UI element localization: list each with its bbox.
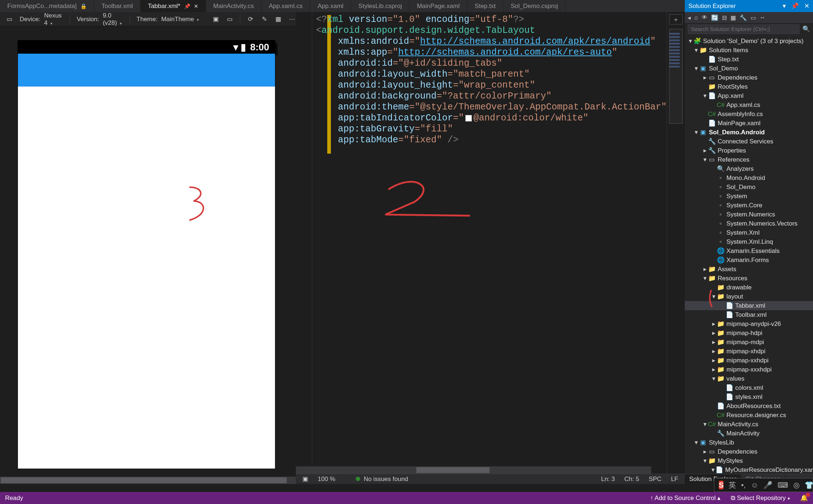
document-tab[interactable]: Toolbar.xml — [94, 0, 141, 12]
twisty-icon[interactable]: ▸ — [702, 147, 708, 154]
twisty-icon[interactable]: ▸ — [710, 347, 717, 355]
tree-item[interactable]: ▾📁MyStyles — [685, 456, 813, 465]
tree-item[interactable]: ▾📁values — [685, 374, 813, 383]
twisty-icon[interactable]: ▸ — [710, 320, 717, 328]
tree-item[interactable]: ▫System.Xml — [685, 228, 813, 237]
twisty-icon[interactable]: ▾ — [702, 156, 708, 163]
twisty-icon[interactable]: ▾ — [702, 457, 708, 465]
preview-icon[interactable]: ▭ — [751, 14, 756, 21]
document-tab[interactable]: App.xaml.cs — [262, 0, 310, 12]
showall-icon[interactable]: ▦ — [730, 14, 736, 21]
twisty-icon[interactable]: ▸ — [702, 74, 708, 81]
dropdown-icon[interactable]: ▾ — [783, 3, 786, 9]
scrollbar-thumb[interactable] — [416, 467, 489, 473]
add-source-control-button[interactable]: ↑ Add to Source Control ▴ — [650, 494, 721, 502]
search-icon[interactable]: 🔍 — [802, 25, 810, 33]
ime-smile-icon[interactable]: ☺ — [751, 481, 758, 489]
twisty-icon[interactable]: ▸ — [710, 338, 717, 346]
back-icon[interactable]: ◂ — [688, 14, 691, 21]
tree-item[interactable]: ▸📁mipmap-xxxhdpi — [685, 365, 813, 374]
refresh-icon[interactable]: 🔄 — [711, 14, 718, 21]
home-icon[interactable]: ⌂ — [694, 14, 698, 21]
ime-mic-icon[interactable]: 🎤 — [763, 481, 772, 489]
tree-item[interactable]: ▾▣Sol_Demo.Android — [685, 128, 813, 137]
refresh-icon[interactable]: ⟳ — [247, 15, 254, 24]
code-minimap[interactable]: ＋ — [667, 12, 685, 484]
layout2-icon[interactable]: ▭ — [226, 15, 233, 24]
twisty-icon[interactable]: ▾ — [693, 439, 699, 446]
tree-item[interactable]: 📁RootStyles — [685, 82, 813, 91]
twisty-icon[interactable]: ▸ — [702, 448, 708, 455]
tree-item[interactable]: ▸📁mipmap-xxhdpi — [685, 356, 813, 365]
twisty-icon[interactable]: ▾ — [710, 466, 715, 474]
twisty-icon[interactable]: ▸ — [710, 357, 717, 364]
pin-icon[interactable]: 📌 — [791, 3, 799, 9]
tree-item[interactable]: ▸🔧Properties — [685, 146, 813, 155]
tree-item[interactable]: 📄Toolbar.xml — [685, 310, 813, 319]
ime-skin-icon[interactable]: 👕 — [805, 481, 813, 489]
tree-item[interactable]: ▸▭Dependencies — [685, 447, 813, 456]
view-switch-icon[interactable]: ▣ — [302, 475, 308, 483]
close-icon[interactable]: ✕ — [194, 3, 198, 9]
scrollbar-thumb[interactable] — [1, 477, 287, 483]
tree-item[interactable]: ▾▣Sol_Demo — [685, 64, 813, 73]
tree-item[interactable]: ▾▭References — [685, 155, 813, 164]
twisty-icon[interactable]: ▾ — [702, 92, 708, 100]
zoom-level[interactable]: 100 % — [318, 476, 335, 483]
document-tab[interactable]: Sol_Demo.csproj — [503, 0, 565, 12]
preview-scrollbar[interactable] — [0, 477, 296, 484]
tree-item[interactable]: 📄colors.xml — [685, 383, 813, 392]
tree-item[interactable]: ▾📁layout — [685, 292, 813, 301]
ime-punct-icon[interactable]: •, — [741, 481, 746, 489]
code-editor[interactable]: <?xml version="1.0" encoding="utf-8"?> <… — [312, 12, 667, 484]
solution-root[interactable]: ▾ 🧩 Solution 'Sol_Demo' (3 of 3 projects… — [685, 36, 813, 46]
tree-item[interactable]: ▫System.Xml.Linq — [685, 237, 813, 246]
tree-item[interactable]: ▫System.Numerics — [685, 210, 813, 219]
tree-item[interactable]: C#Resource.designer.cs — [685, 411, 813, 420]
tree-item[interactable]: ▸📁Assets — [685, 265, 813, 274]
tree-item[interactable]: ▾▣StylesLib — [685, 438, 813, 447]
tree-item[interactable]: ▫System.Core — [685, 201, 813, 210]
tree-item[interactable]: ▾📄App.xaml — [685, 91, 813, 100]
theme-selector[interactable]: MainTheme — [161, 16, 199, 23]
document-tab[interactable]: FormsAppCo...metadata]🔒 — [0, 0, 94, 12]
twisty-icon[interactable]: ▾ — [710, 293, 717, 300]
tree-item[interactable]: ▾📁Resources — [685, 274, 813, 283]
document-tab[interactable]: MainActivity.cs — [206, 0, 262, 12]
tree-item[interactable]: ▸📁mipmap-mdpi — [685, 338, 813, 347]
twisty-icon[interactable]: ▾ — [693, 46, 699, 54]
add-tab-icon[interactable]: ＋ — [669, 14, 683, 24]
properties-icon[interactable]: 🔧 — [740, 14, 747, 21]
tree-item[interactable]: ▾📄MyOuterResourceDictionary.xar — [685, 465, 813, 474]
document-tab[interactable]: App.xaml — [310, 0, 351, 12]
close-icon[interactable]: ✕ — [804, 3, 809, 9]
search-input[interactable] — [688, 24, 799, 34]
twisty-icon[interactable]: ▾ — [702, 420, 708, 428]
tree-item[interactable]: 📁drawable — [685, 283, 813, 292]
ime-keyboard-icon[interactable]: ⌨ — [778, 481, 788, 489]
sync-icon[interactable]: 👁 — [702, 14, 707, 21]
tree-item[interactable]: 📄Tabbar.xml — [685, 301, 813, 310]
minimap-viewport[interactable] — [669, 29, 683, 124]
ime-logo-icon[interactable]: S — [719, 481, 724, 489]
tree-item[interactable]: C#AssemblyInfo.cs — [685, 109, 813, 119]
solution-tree[interactable]: ▾ 🧩 Solution 'Sol_Demo' (3 of 3 projects… — [685, 35, 813, 474]
tree-item[interactable]: 🔧Connected Services — [685, 137, 813, 146]
notification-bell-icon[interactable]: 🔔 — [800, 494, 808, 502]
tree-item[interactable]: 🌐Xamarin.Forms — [685, 255, 813, 265]
tree-item[interactable]: 🔍Analyzers — [685, 164, 813, 173]
pin-icon[interactable]: 📌 — [184, 3, 190, 9]
tree-item[interactable]: ▸📁mipmap-hdpi — [685, 328, 813, 338]
twisty-icon[interactable]: ▾ — [710, 375, 717, 382]
tree-item[interactable]: 🌐Xamarin.Essentials — [685, 246, 813, 255]
tree-item[interactable]: ▫Mono.Android — [685, 173, 813, 182]
tree-item[interactable]: ▸▭Dependencies — [685, 73, 813, 82]
twisty-icon[interactable]: ▸ — [710, 366, 717, 373]
tree-item[interactable]: 🔧MainActivity — [685, 429, 813, 438]
collapse-icon[interactable]: ⊟ — [722, 14, 727, 21]
tree-item[interactable]: ▾📁Solution Items — [685, 46, 813, 55]
twisty-icon[interactable]: ▸ — [702, 265, 708, 273]
tree-item[interactable]: ▸📁mipmap-xhdpi — [685, 347, 813, 356]
twisty-icon[interactable]: ▸ — [710, 329, 717, 337]
layout-icon[interactable]: ▣ — [212, 15, 220, 24]
